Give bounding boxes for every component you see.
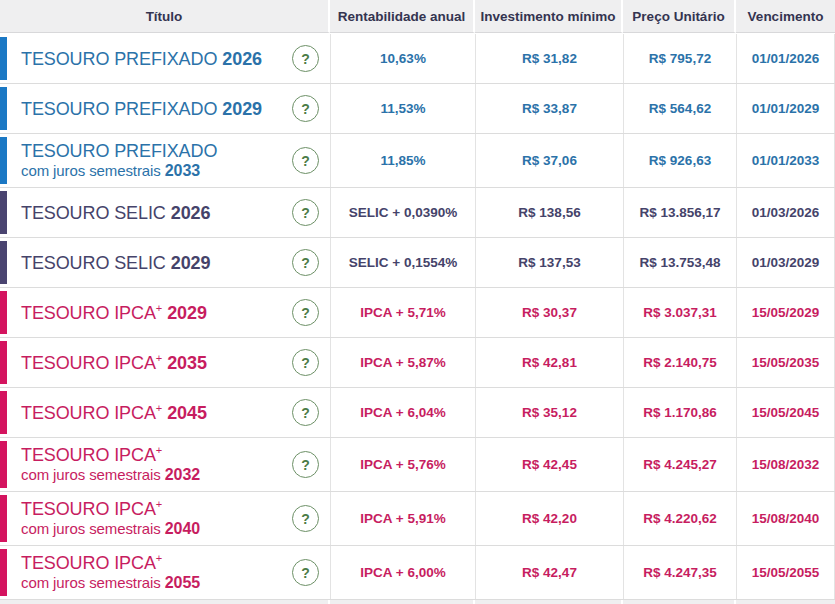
bond-title: TESOURO IPCA+2029 [21,302,207,324]
bond-title-cell: TESOURO IPCA+2035 ? [0,338,330,387]
minimum-investment: R$ 138,56 [475,188,623,237]
bond-title: TESOURO PREFIXADO2026 [21,48,262,70]
unit-price: R$ 795,72 [623,34,736,83]
bond-row[interactable]: TESOURO PREFIXADO com juros semestrais 2… [0,134,835,188]
ipca-plus-superscript: + [156,352,162,364]
help-button[interactable]: ? [292,451,319,478]
unit-price: R$ 1.170,86 [623,388,736,437]
bond-row[interactable]: TESOURO SELIC2029 ? SELIC + 0,1554% R$ 1… [0,238,835,288]
category-color-bar [0,241,7,284]
bond-title-cell: TESOURO SELIC2029 ? [0,238,330,287]
maturity-date: 15/05/2055 [736,546,835,599]
bond-title: TESOURO IPCA+2045 [21,402,207,424]
bond-title-cell: TESOURO PREFIXADO com juros semestrais 2… [0,134,330,187]
category-color-bar [0,291,7,334]
category-color-bar [0,37,7,80]
unit-price: R$ 13.753,48 [623,238,736,287]
column-header-titulo: Título [0,0,330,33]
help-button[interactable]: ? [292,299,319,326]
strip-cell [0,600,330,604]
help-button[interactable]: ? [292,147,319,174]
column-header-investimento: Investimento mínimo [475,0,623,33]
column-header-rentabilidade: Rentabilidade anual [330,0,475,33]
category-color-bar [0,441,7,488]
column-header-vencimento: Vencimento [736,0,835,33]
bond-title: TESOURO IPCA+ com juros semestrais 2055 [21,552,200,592]
question-mark-icon: ? [301,255,310,271]
help-button[interactable]: ? [292,399,319,426]
minimum-investment: R$ 37,06 [475,134,623,187]
bond-price-table: Título Rentabilidade anual Investimento … [0,0,835,604]
bond-row[interactable]: TESOURO IPCA+2029 ? IPCA + 5,71% R$ 30,3… [0,288,835,338]
category-color-bar [0,137,7,184]
question-mark-icon: ? [301,405,310,421]
minimum-investment: R$ 33,87 [475,84,623,133]
annual-rate: IPCA + 5,91% [330,492,475,545]
help-button[interactable]: ? [292,249,319,276]
help-button[interactable]: ? [292,95,319,122]
unit-price: R$ 4.247,35 [623,546,736,599]
question-mark-icon: ? [301,101,310,117]
maturity-date: 15/08/2032 [736,438,835,491]
bond-row[interactable]: TESOURO SELIC2026 ? SELIC + 0,0390% R$ 1… [0,188,835,238]
bond-title: TESOURO SELIC2026 [21,202,210,224]
ipca-plus-superscript: + [156,444,162,456]
bond-title: TESOURO IPCA+ com juros semestrais 2040 [21,498,200,538]
bond-row[interactable]: TESOURO IPCA+2035 ? IPCA + 5,87% R$ 42,8… [0,338,835,388]
question-mark-icon: ? [301,51,310,67]
bond-row[interactable]: TESOURO IPCA+ com juros semestrais 2032 … [0,438,835,492]
unit-price: R$ 564,62 [623,84,736,133]
category-color-bar [0,495,7,542]
strip-cell [736,600,835,604]
bond-title-cell: TESOURO PREFIXADO2026 ? [0,34,330,83]
bond-title: TESOURO IPCA+ com juros semestrais 2032 [21,444,200,484]
maturity-date: 01/01/2029 [736,84,835,133]
maturity-date: 01/01/2026 [736,34,835,83]
question-mark-icon: ? [301,511,310,527]
maturity-date: 01/03/2026 [736,188,835,237]
annual-rate: SELIC + 0,0390% [330,188,475,237]
bond-row[interactable]: TESOURO PREFIXADO2026 ? 10,63% R$ 31,82 … [0,34,835,84]
bond-title: TESOURO SELIC2029 [21,252,210,274]
annual-rate: SELIC + 0,1554% [330,238,475,287]
question-mark-icon: ? [301,565,310,581]
question-mark-icon: ? [301,153,310,169]
ipca-plus-superscript: + [156,498,162,510]
maturity-date: 15/05/2035 [736,338,835,387]
minimum-investment: R$ 35,12 [475,388,623,437]
bond-row[interactable]: TESOURO IPCA+ com juros semestrais 2040 … [0,492,835,546]
bond-title-cell: TESOURO SELIC2026 ? [0,188,330,237]
minimum-investment: R$ 31,82 [475,34,623,83]
question-mark-icon: ? [301,305,310,321]
unit-price: R$ 4.220,62 [623,492,736,545]
bond-title: TESOURO PREFIXADO com juros semestrais 2… [21,140,217,180]
table-body: TESOURO PREFIXADO2026 ? 10,63% R$ 31,82 … [0,34,835,600]
help-button[interactable]: ? [292,559,319,586]
help-button[interactable]: ? [292,45,319,72]
help-button[interactable]: ? [292,349,319,376]
maturity-date: 15/05/2045 [736,388,835,437]
bond-row[interactable]: TESOURO IPCA+ com juros semestrais 2055 … [0,546,835,600]
annual-rate: 11,85% [330,134,475,187]
help-button[interactable]: ? [292,199,319,226]
help-button[interactable]: ? [292,505,319,532]
unit-price: R$ 2.140,75 [623,338,736,387]
question-mark-icon: ? [301,355,310,371]
annual-rate: 10,63% [330,34,475,83]
unit-price: R$ 926,63 [623,134,736,187]
bond-title-cell: TESOURO IPCA+ com juros semestrais 2040 … [0,492,330,545]
bond-title: TESOURO PREFIXADO2029 [21,98,262,120]
minimum-investment: R$ 42,81 [475,338,623,387]
category-color-bar [0,87,7,130]
category-color-bar [0,191,7,234]
annual-rate: IPCA + 6,04% [330,388,475,437]
maturity-date: 01/01/2033 [736,134,835,187]
minimum-investment: R$ 42,20 [475,492,623,545]
bond-row[interactable]: TESOURO PREFIXADO2029 ? 11,53% R$ 33,87 … [0,84,835,134]
minimum-investment: R$ 42,45 [475,438,623,491]
unit-price: R$ 13.856,17 [623,188,736,237]
annual-rate: IPCA + 6,00% [330,546,475,599]
category-color-bar [0,341,7,384]
table-header: Título Rentabilidade anual Investimento … [0,0,835,34]
bond-row[interactable]: TESOURO IPCA+2045 ? IPCA + 6,04% R$ 35,1… [0,388,835,438]
